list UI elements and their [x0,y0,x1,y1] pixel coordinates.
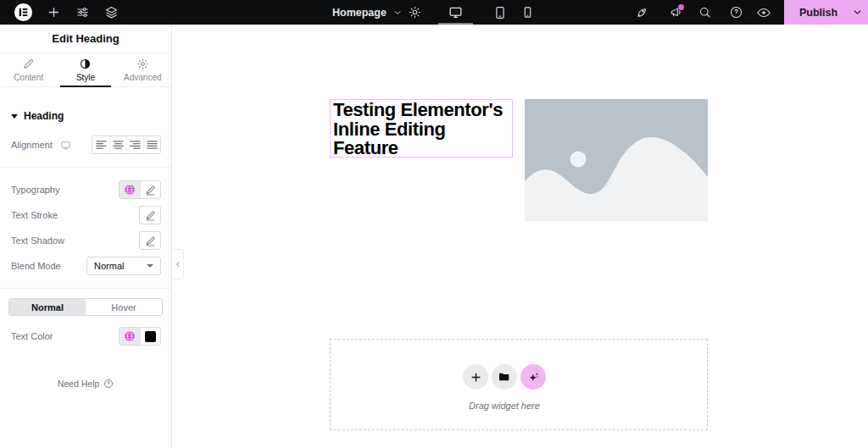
tab-content[interactable]: Content [0,53,57,86]
text-color-swatch-button[interactable] [140,328,160,345]
whats-new-button[interactable] [665,0,687,25]
ai-builder-button[interactable] [520,364,546,390]
typography-edit-button[interactable] [140,181,160,198]
align-right-button[interactable] [126,136,143,153]
elementor-menu-button[interactable] [12,0,34,25]
empty-section-dropzone[interactable]: Drag widget here [330,339,708,430]
chevron-down-icon [852,7,863,18]
checklist-button[interactable] [631,0,653,25]
caret-down-icon [11,114,18,119]
add-widget-button[interactable] [463,364,488,390]
site-settings-button[interactable] [404,0,425,25]
eye-icon [756,5,771,20]
heading-line: Inline Editing [333,120,512,140]
tab-advanced[interactable]: Advanced [114,53,171,86]
blend-mode-select[interactable]: Normal [86,257,161,275]
text-color-control [119,327,161,346]
typography-global-button[interactable] [120,181,140,198]
align-justify-button[interactable] [143,136,160,153]
panel-header: Edit Heading [0,25,171,53]
divider [0,167,171,168]
add-element-button[interactable] [44,0,63,25]
state-tab-hover[interactable]: Hover [86,299,162,315]
pencil-icon [145,210,156,221]
image-placeholder-widget[interactable] [525,99,708,221]
help-icon [729,5,743,19]
typography-control-row: Typography [0,177,171,202]
need-help-label: Need Help [58,379,100,389]
typography-label: Typography [11,185,59,195]
tab-style-label: Style [76,73,95,82]
preview-button[interactable] [753,0,775,25]
select-caret-icon [147,264,153,268]
panel-tabs: Content Style Advanced [0,53,171,87]
state-tabs: Normal Hover [8,298,163,316]
search-icon [698,5,712,19]
folder-icon [498,370,511,384]
align-center-icon [113,140,124,150]
globe-icon [124,330,136,342]
elementor-editor: Homepage [0,0,868,448]
dropzone-content: Drag widget here [463,364,546,411]
align-center-button[interactable] [109,136,126,153]
publish-button[interactable]: Publish [784,0,868,25]
rocket-icon [635,5,649,19]
heading-line: Feature [333,139,512,158]
chevron-down-icon [392,8,403,18]
add-template-button[interactable] [492,364,517,390]
pencil-icon [145,185,156,196]
tablet-icon [492,5,508,20]
edit-panel: Edit Heading Content Style [0,25,172,448]
text-shadow-control-row: Text Shadow [0,228,171,253]
publish-options-button[interactable] [846,7,868,18]
drag-widget-hint: Drag widget here [469,401,540,411]
alignment-control-row: Alignment [0,132,171,158]
need-help-link[interactable]: Need Help [0,379,171,389]
monitor-icon[interactable] [60,140,71,151]
text-shadow-label: Text Shadow [11,235,64,246]
editor-canvas: Testing Elementor's Inline Editing Featu… [173,25,868,448]
structure-button[interactable] [102,0,120,25]
document-name: Homepage [332,7,387,19]
panel-collapse-handle[interactable] [173,249,184,279]
device-desktop-button[interactable] [438,0,472,25]
top-bar: Homepage [0,0,868,25]
globe-icon [124,184,136,196]
section-heading-toggle[interactable]: Heading [11,110,171,122]
alignment-label: Alignment [11,140,53,150]
state-tab-normal[interactable]: Normal [9,299,86,315]
text-shadow-edit-button[interactable] [139,231,161,250]
heading-line: Testing Elementor's [333,101,512,120]
align-right-icon [130,140,141,150]
finder-button[interactable] [693,0,715,25]
document-switcher[interactable]: Homepage [332,0,403,25]
desktop-icon [448,4,464,20]
dropzone-actions [463,364,546,390]
blend-mode-control-row: Blend Mode Normal [0,253,171,279]
blend-mode-value: Normal [94,261,124,271]
tab-style[interactable]: Style [57,53,114,86]
text-color-global-button[interactable] [120,328,140,345]
help-button[interactable] [725,0,747,25]
sliders-icon [75,5,90,19]
contrast-icon [79,58,92,70]
device-mobile-button[interactable] [510,0,544,25]
gear-icon [136,58,149,70]
active-device-indicator [438,23,473,25]
blend-mode-label: Blend Mode [11,261,61,271]
pencil-icon [22,58,35,70]
global-settings-button[interactable] [73,0,92,25]
text-color-control-row: Text Color [0,324,171,349]
text-stroke-edit-button[interactable] [139,206,161,224]
publish-label: Publish [784,7,846,19]
align-left-button[interactable] [92,136,109,153]
image-placeholder-graphic [525,99,708,221]
plus-icon [470,371,482,384]
text-stroke-control-row: Text Stroke [0,202,171,228]
heading-widget[interactable]: Testing Elementor's Inline Editing Featu… [330,99,513,158]
tab-content-label: Content [14,73,43,82]
site-settings-gear-icon [408,5,422,19]
elementor-logo [14,3,33,22]
question-circle-icon [103,379,114,389]
text-color-label: Text Color [11,331,53,341]
